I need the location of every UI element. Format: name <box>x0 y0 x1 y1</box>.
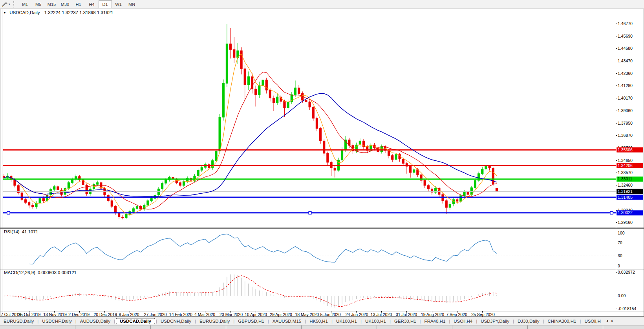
candle <box>104 188 106 195</box>
price-tick-label: 1.32460 <box>618 183 633 187</box>
candle <box>312 107 314 118</box>
macd-tick-label: 0.00 <box>618 293 626 298</box>
tab-usdjpy-daily[interactable]: USDJPY,Daily <box>477 318 513 324</box>
ma-slow-line <box>4 93 497 196</box>
tab-usoil-h[interactable]: USOil,H <box>581 318 604 324</box>
macd-tick-label: 0.032972 <box>618 270 635 274</box>
candle <box>485 166 487 169</box>
candle <box>327 153 329 162</box>
candle <box>201 167 203 170</box>
candle <box>226 44 228 84</box>
timeframe-button-m30[interactable]: M30 <box>59 0 72 8</box>
candle <box>341 150 343 160</box>
tab-uk100-h1[interactable]: UK100,H1 <box>333 318 360 324</box>
chart-title-caret[interactable]: ▼ <box>3 11 6 15</box>
price-chart-svg[interactable]: 1.467701.456901.445801.434701.423601.412… <box>0 9 644 317</box>
date-tick-label: 8 Jan 2020 <box>119 312 139 317</box>
candle <box>287 102 289 107</box>
candle <box>136 206 138 209</box>
tab-fra40-h1[interactable]: FRA40,H1 <box>421 318 449 324</box>
tab-hk50-h1[interactable]: HK50,H1 <box>306 318 331 324</box>
line-selection-handle[interactable] <box>7 211 10 214</box>
candle <box>474 180 476 188</box>
candle <box>409 166 411 173</box>
tab-scroll-left-icon[interactable]: ◄ <box>604 319 610 323</box>
toolbar-grip[interactable] <box>13 1 15 7</box>
timeframe-button-m5[interactable]: M5 <box>32 0 45 8</box>
tab-scroll-right-icon[interactable]: ► <box>610 319 615 323</box>
tab-uk100-h1[interactable]: UK100,H1 <box>362 318 390 324</box>
candle <box>269 90 271 98</box>
date-tick-label: 18 May 2020 <box>295 312 319 317</box>
candle <box>305 100 307 102</box>
rsi-tick-label: 100 <box>618 231 625 235</box>
candle <box>21 193 23 200</box>
timeframe-button-w1[interactable]: W1 <box>112 0 125 8</box>
candle <box>24 200 26 202</box>
candle <box>276 97 278 102</box>
candle <box>107 195 109 200</box>
timeframe-button-mn[interactable]: MN <box>125 0 139 8</box>
rsi-tick-label: 0 <box>618 264 620 268</box>
toolbar-dropdown-caret[interactable]: ▾ <box>9 3 10 6</box>
candle <box>49 189 51 195</box>
candle <box>215 151 217 160</box>
horizontal-scrollbar[interactable] <box>0 325 644 329</box>
timeframe-button-h4[interactable]: H4 <box>85 0 99 8</box>
tab-separator: | <box>114 319 115 324</box>
chart-title: ▼ USDCAD,Daily 1.32224 1.32237 1.31898 1… <box>3 10 113 15</box>
candle <box>265 80 267 90</box>
candle <box>284 102 285 108</box>
price-level-badge-value: 1.31405 <box>618 195 633 200</box>
candle <box>424 180 426 185</box>
price-tick-label: 1.33570 <box>618 170 633 175</box>
rsi-tick-label: 30 <box>618 253 622 258</box>
candle <box>449 204 451 207</box>
candle <box>431 189 433 193</box>
tab-xauusd-m15[interactable]: XAUUSD,M15 <box>269 318 305 324</box>
rsi-line <box>29 234 497 264</box>
tab-usdcad-daily[interactable]: USDCAD,Daily <box>116 318 155 324</box>
candle <box>53 187 55 189</box>
tab-eurusd-daily[interactable]: EURUSD,Daily <box>0 318 37 324</box>
date-tick-label: 10 Apr 2020 <box>245 312 267 317</box>
candle <box>28 202 30 205</box>
tab-usoil-h4[interactable]: USOil,H4 <box>450 318 476 324</box>
tab-eurusd-daily[interactable]: EURUSD,Daily <box>196 318 233 324</box>
rsi-tick-label: 70 <box>618 240 622 245</box>
candle <box>222 84 224 117</box>
tab-gbpusd-h1[interactable]: GBPUSD,H1 <box>234 318 267 324</box>
candle <box>417 170 419 175</box>
candle <box>427 185 429 189</box>
timeframe-button-m1[interactable]: M1 <box>18 0 32 8</box>
candle <box>262 80 264 85</box>
candle <box>197 170 199 176</box>
chart-tab-bar: EURUSD,Daily|USDCHF,Daily|AUDUSD,Daily|U… <box>0 317 644 325</box>
timeframe-button-d1[interactable]: D1 <box>99 0 112 8</box>
tab-dj30-daily[interactable]: DJ30,Daily <box>514 318 543 324</box>
tab-audusd-daily[interactable]: AUDUSD,Daily <box>77 318 114 324</box>
date-tick-label: 5 Jun 2020 <box>320 312 341 317</box>
candle <box>71 179 73 183</box>
candle <box>395 155 397 160</box>
toolbar: ▾ M1M5M15M30H1H4D1W1MN <box>0 0 644 9</box>
tab-usdchf-daily[interactable]: USDCHF,Daily <box>38 318 75 324</box>
price-tick-label: 1.37950 <box>618 121 633 125</box>
tab-china300-h1[interactable]: CHINA300,H1 <box>544 318 580 324</box>
candle <box>334 168 336 170</box>
candle <box>219 117 221 151</box>
line-selection-handle[interactable] <box>309 211 311 214</box>
price-tick-label: 1.43470 <box>618 58 633 63</box>
candle <box>452 200 454 204</box>
price-level-badge-value: 1.35606 <box>618 147 633 152</box>
candle <box>302 93 304 100</box>
tab-usdcnh-daily[interactable]: USDCNH,Daily <box>157 318 195 324</box>
candle <box>381 147 382 152</box>
drawing-tool-icon[interactable] <box>1 1 8 7</box>
candle <box>122 217 124 218</box>
timeframe-button-h1[interactable]: H1 <box>72 0 85 8</box>
tab-ger30-h1[interactable]: GER30,H1 <box>391 318 420 324</box>
candle <box>165 180 167 184</box>
line-selection-handle[interactable] <box>610 211 613 214</box>
timeframe-button-m15[interactable]: M15 <box>45 0 59 8</box>
